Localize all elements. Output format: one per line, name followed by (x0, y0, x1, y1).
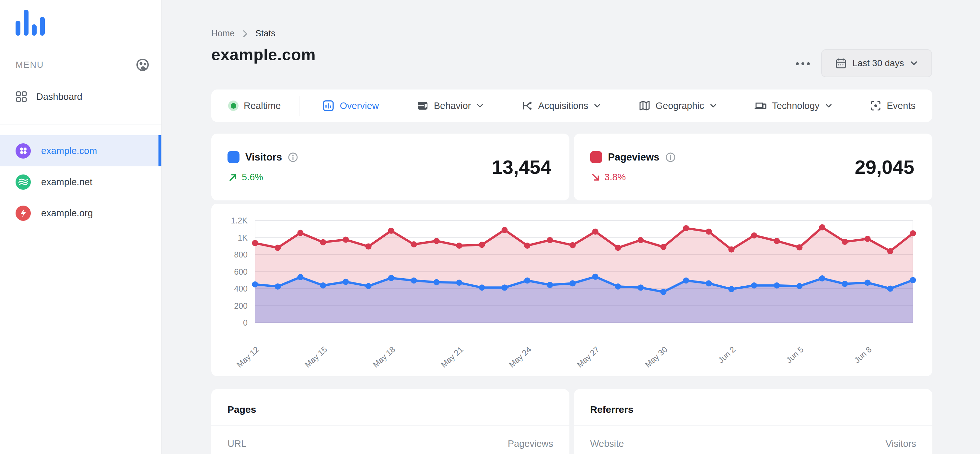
chevron-down-icon (710, 102, 717, 110)
sidebar-site-example-net[interactable]: example.net (0, 166, 161, 198)
svg-text:600: 600 (234, 267, 248, 276)
arrow-up-right-icon (228, 172, 238, 182)
referrers-panel: Referrers Website Visitors (574, 389, 932, 454)
site-label: example.net (41, 177, 92, 188)
chevron-right-icon (242, 30, 248, 38)
branch-icon (522, 100, 533, 112)
waves-icon (16, 174, 31, 190)
page-title: example.com (211, 45, 316, 64)
tab-behavior[interactable]: Behavior (417, 100, 484, 112)
stat-card-visitors: Visitors 5.6% 13,454 (211, 134, 570, 201)
info-icon[interactable] (288, 152, 298, 162)
stat-value: 29,045 (854, 156, 914, 178)
svg-text:Jun 2: Jun 2 (716, 345, 737, 365)
svg-text:0: 0 (243, 318, 248, 327)
svg-text:May 18: May 18 (371, 345, 397, 370)
traffic-line-chart: 02004006008001K1.2KMay 12May 15May 18May… (211, 204, 932, 376)
stat-change: 3.8% (591, 172, 626, 183)
menu-section-header: MENU (16, 57, 150, 73)
grid-icon (16, 91, 27, 102)
breadcrumb-current[interactable]: Stats (255, 29, 275, 38)
sidebar: MENU Dashboard example.com example.net e… (0, 0, 162, 454)
stat-label: Pageviews (608, 151, 660, 163)
sidebar-item-label: Dashboard (36, 91, 82, 102)
calendar-icon (835, 57, 847, 69)
date-range-button[interactable]: Last 30 days (821, 49, 932, 77)
tab-label: Geographic (655, 100, 704, 111)
tab-label: Realtime (244, 100, 281, 111)
main-content: Home Stats example.com Last 30 days Real… (163, 0, 980, 454)
tab-label: Behavior (434, 100, 471, 111)
sidebar-item-dashboard[interactable]: Dashboard (0, 85, 161, 108)
app-logo-icon[interactable] (16, 10, 45, 36)
bar-chart-icon (322, 100, 334, 112)
menu-label: MENU (16, 60, 44, 70)
tab-acquisitions[interactable]: Acquisitions (522, 100, 601, 112)
more-options-button[interactable] (791, 54, 814, 73)
svg-text:800: 800 (234, 250, 248, 259)
column-header-url: URL (228, 438, 246, 449)
column-header-pageviews: Pageviews (508, 438, 553, 449)
svg-text:May 30: May 30 (643, 345, 669, 370)
pages-panel: Pages URL Pageviews (211, 389, 570, 454)
tab-events[interactable]: Events (870, 100, 915, 112)
svg-text:May 21: May 21 (439, 345, 465, 370)
map-icon (639, 100, 651, 112)
svg-text:200: 200 (234, 301, 248, 311)
sidebar-divider (0, 124, 161, 125)
visitors-color-swatch (228, 151, 240, 163)
svg-text:400: 400 (234, 284, 248, 293)
tab-label: Acquisitions (538, 100, 589, 111)
live-dot-icon (228, 100, 239, 111)
tab-overview[interactable]: Overview (322, 100, 379, 112)
tab-technology[interactable]: Technology (754, 100, 832, 112)
lightning-icon (16, 205, 31, 221)
column-header-visitors: Visitors (885, 438, 916, 449)
tab-realtime[interactable]: Realtime (228, 100, 299, 111)
breadcrumb: Home Stats (211, 29, 275, 38)
breadcrumb-home-link[interactable]: Home (211, 29, 235, 38)
face-icon[interactable] (135, 57, 150, 73)
stat-label: Visitors (245, 151, 282, 163)
panel-title: Pages (228, 404, 256, 415)
chevron-down-icon (593, 102, 601, 110)
stat-card-pageviews: Pageviews 3.8% 29,045 (574, 134, 932, 201)
chevron-down-icon (825, 102, 832, 110)
site-label: example.com (41, 146, 97, 156)
svg-text:Jun 8: Jun 8 (852, 345, 873, 365)
tab-geographic[interactable]: Geographic (639, 100, 717, 112)
tab-label: Technology (772, 100, 819, 111)
chevron-down-icon (910, 59, 918, 67)
info-icon[interactable] (665, 152, 676, 162)
tab-label: Events (887, 100, 915, 111)
stat-value: 13,454 (492, 156, 551, 178)
chevron-down-icon (476, 102, 484, 110)
clover-icon (16, 143, 31, 159)
panel-divider (574, 425, 932, 426)
svg-text:May 15: May 15 (303, 345, 329, 370)
sidebar-site-example-com[interactable]: example.com (0, 135, 161, 166)
tab-bar: Realtime Overview Behavior Acq (211, 89, 932, 122)
browser-icon (417, 100, 429, 112)
arrow-down-right-icon (591, 172, 600, 182)
traffic-chart-card: 02004006008001K1.2KMay 12May 15May 18May… (211, 204, 932, 376)
pageviews-color-swatch (590, 151, 602, 163)
svg-text:May 27: May 27 (575, 345, 601, 370)
scan-icon (870, 100, 881, 112)
svg-text:May 24: May 24 (507, 345, 533, 370)
site-label: example.org (41, 208, 93, 218)
panel-divider (211, 425, 570, 426)
svg-text:May 12: May 12 (235, 345, 261, 370)
stat-change: 5.6% (228, 172, 263, 183)
svg-text:1K: 1K (237, 233, 248, 242)
devices-icon (754, 100, 767, 112)
panel-title: Referrers (590, 404, 633, 415)
date-range-label: Last 30 days (853, 58, 904, 68)
column-header-website: Website (590, 438, 624, 449)
tab-label: Overview (340, 100, 379, 111)
svg-text:1.2K: 1.2K (231, 216, 248, 225)
active-indicator (159, 135, 161, 166)
svg-text:Jun 5: Jun 5 (784, 345, 805, 365)
sidebar-site-example-org[interactable]: example.org (0, 198, 161, 229)
